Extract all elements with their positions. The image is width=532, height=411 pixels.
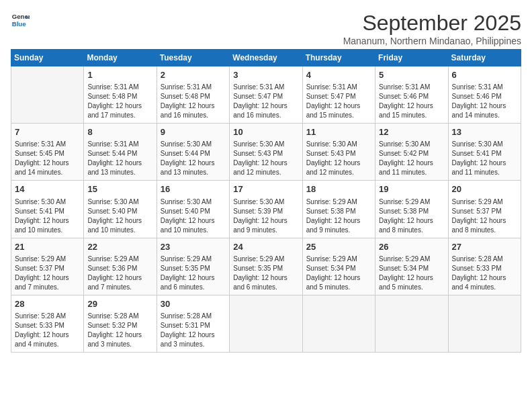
table-row: 28Sunrise: 5:28 AMSunset: 5:33 PMDayligh… xyxy=(11,295,84,352)
day-info: Sunrise: 5:28 AMSunset: 5:32 PMDaylight:… xyxy=(87,312,152,349)
day-number: 19 xyxy=(379,183,444,195)
day-number: 3 xyxy=(233,69,298,81)
day-info: Sunrise: 5:31 AMSunset: 5:47 PMDaylight:… xyxy=(306,83,371,120)
day-number: 25 xyxy=(306,241,371,253)
logo-icon: General Blue xyxy=(11,11,30,30)
day-number: 5 xyxy=(379,69,444,81)
day-number: 12 xyxy=(379,126,444,138)
header-thursday: Thursday xyxy=(302,50,375,66)
day-number: 24 xyxy=(233,241,298,253)
table-row: 2Sunrise: 5:31 AMSunset: 5:48 PMDaylight… xyxy=(157,66,229,124)
day-number: 17 xyxy=(233,183,298,195)
table-row xyxy=(375,295,448,352)
week-row-4: 21Sunrise: 5:29 AMSunset: 5:37 PMDayligh… xyxy=(11,238,521,295)
table-row xyxy=(11,66,84,124)
calendar-table: Sunday Monday Tuesday Wednesday Thursday… xyxy=(11,49,521,353)
table-row: 27Sunrise: 5:28 AMSunset: 5:33 PMDayligh… xyxy=(448,238,521,295)
day-info: Sunrise: 5:31 AMSunset: 5:45 PMDaylight:… xyxy=(15,140,80,177)
day-info: Sunrise: 5:31 AMSunset: 5:48 PMDaylight:… xyxy=(87,83,152,120)
table-row: 30Sunrise: 5:28 AMSunset: 5:31 PMDayligh… xyxy=(157,295,229,352)
table-row: 25Sunrise: 5:29 AMSunset: 5:34 PMDayligh… xyxy=(302,238,375,295)
day-info: Sunrise: 5:31 AMSunset: 5:46 PMDaylight:… xyxy=(379,83,444,120)
day-number: 8 xyxy=(87,126,152,138)
day-number: 11 xyxy=(306,126,371,138)
day-info: Sunrise: 5:30 AMSunset: 5:41 PMDaylight:… xyxy=(452,140,517,177)
table-row: 13Sunrise: 5:30 AMSunset: 5:41 PMDayligh… xyxy=(448,124,521,181)
day-info: Sunrise: 5:31 AMSunset: 5:47 PMDaylight:… xyxy=(233,83,298,120)
day-number: 26 xyxy=(379,241,444,253)
logo: General Blue xyxy=(11,11,30,30)
day-number: 14 xyxy=(15,183,80,195)
table-row: 5Sunrise: 5:31 AMSunset: 5:46 PMDaylight… xyxy=(375,66,448,124)
table-row: 15Sunrise: 5:30 AMSunset: 5:40 PMDayligh… xyxy=(84,181,157,238)
day-info: Sunrise: 5:29 AMSunset: 5:38 PMDaylight:… xyxy=(379,197,444,235)
table-row: 24Sunrise: 5:29 AMSunset: 5:35 PMDayligh… xyxy=(230,238,302,295)
table-row: 7Sunrise: 5:31 AMSunset: 5:45 PMDaylight… xyxy=(11,124,84,181)
table-row: 11Sunrise: 5:30 AMSunset: 5:43 PMDayligh… xyxy=(302,124,375,181)
week-row-2: 7Sunrise: 5:31 AMSunset: 5:45 PMDaylight… xyxy=(11,124,521,181)
table-row: 9Sunrise: 5:30 AMSunset: 5:44 PMDaylight… xyxy=(157,124,229,181)
header-monday: Monday xyxy=(84,50,157,66)
day-number: 6 xyxy=(452,69,517,81)
day-info: Sunrise: 5:29 AMSunset: 5:34 PMDaylight:… xyxy=(379,255,444,292)
table-row: 18Sunrise: 5:29 AMSunset: 5:38 PMDayligh… xyxy=(302,181,375,238)
table-row: 17Sunrise: 5:30 AMSunset: 5:39 PMDayligh… xyxy=(230,181,302,238)
table-row: 8Sunrise: 5:31 AMSunset: 5:44 PMDaylight… xyxy=(84,124,157,181)
table-row xyxy=(230,295,302,352)
day-info: Sunrise: 5:28 AMSunset: 5:31 PMDaylight:… xyxy=(161,312,226,349)
day-info: Sunrise: 5:30 AMSunset: 5:43 PMDaylight:… xyxy=(306,140,371,177)
weekday-header-row: Sunday Monday Tuesday Wednesday Thursday… xyxy=(11,50,521,66)
day-number: 4 xyxy=(306,69,371,81)
table-row: 4Sunrise: 5:31 AMSunset: 5:47 PMDaylight… xyxy=(302,66,375,124)
header-saturday: Saturday xyxy=(448,50,521,66)
page-header: General Blue September 2025 Mananum, Nor… xyxy=(11,11,521,46)
day-info: Sunrise: 5:30 AMSunset: 5:39 PMDaylight:… xyxy=(233,197,298,235)
title-block: September 2025 Mananum, Northern Mindana… xyxy=(343,11,521,46)
day-number: 18 xyxy=(306,183,371,195)
calendar-title: September 2025 xyxy=(343,11,521,36)
table-row: 20Sunrise: 5:29 AMSunset: 5:37 PMDayligh… xyxy=(448,181,521,238)
table-row: 23Sunrise: 5:29 AMSunset: 5:35 PMDayligh… xyxy=(157,238,229,295)
day-number: 22 xyxy=(87,241,152,253)
day-info: Sunrise: 5:29 AMSunset: 5:34 PMDaylight:… xyxy=(306,255,371,292)
day-number: 28 xyxy=(15,298,80,310)
calendar-subtitle: Mananum, Northern Mindanao, Philippines xyxy=(343,36,521,46)
table-row xyxy=(448,295,521,352)
table-row: 19Sunrise: 5:29 AMSunset: 5:38 PMDayligh… xyxy=(375,181,448,238)
day-number: 20 xyxy=(452,183,517,195)
day-number: 9 xyxy=(161,126,226,138)
day-info: Sunrise: 5:30 AMSunset: 5:42 PMDaylight:… xyxy=(379,140,444,177)
header-sunday: Sunday xyxy=(11,50,84,66)
day-info: Sunrise: 5:29 AMSunset: 5:35 PMDaylight:… xyxy=(161,255,226,292)
day-number: 10 xyxy=(233,126,298,138)
table-row: 10Sunrise: 5:30 AMSunset: 5:43 PMDayligh… xyxy=(230,124,302,181)
table-row: 3Sunrise: 5:31 AMSunset: 5:47 PMDaylight… xyxy=(230,66,302,124)
table-row: 14Sunrise: 5:30 AMSunset: 5:41 PMDayligh… xyxy=(11,181,84,238)
header-wednesday: Wednesday xyxy=(230,50,302,66)
day-info: Sunrise: 5:30 AMSunset: 5:40 PMDaylight:… xyxy=(161,197,226,235)
header-friday: Friday xyxy=(375,50,448,66)
day-number: 29 xyxy=(87,298,152,310)
day-number: 16 xyxy=(161,183,226,195)
table-row: 22Sunrise: 5:29 AMSunset: 5:36 PMDayligh… xyxy=(84,238,157,295)
day-info: Sunrise: 5:29 AMSunset: 5:37 PMDaylight:… xyxy=(452,197,517,235)
week-row-5: 28Sunrise: 5:28 AMSunset: 5:33 PMDayligh… xyxy=(11,295,521,352)
day-number: 30 xyxy=(161,298,226,310)
table-row: 26Sunrise: 5:29 AMSunset: 5:34 PMDayligh… xyxy=(375,238,448,295)
day-info: Sunrise: 5:30 AMSunset: 5:43 PMDaylight:… xyxy=(233,140,298,177)
table-row xyxy=(302,295,375,352)
day-info: Sunrise: 5:29 AMSunset: 5:35 PMDaylight:… xyxy=(233,255,298,292)
day-info: Sunrise: 5:30 AMSunset: 5:41 PMDaylight:… xyxy=(15,197,80,235)
day-info: Sunrise: 5:31 AMSunset: 5:48 PMDaylight:… xyxy=(161,83,226,120)
day-number: 23 xyxy=(161,241,226,253)
day-number: 7 xyxy=(15,126,80,138)
week-row-1: 1Sunrise: 5:31 AMSunset: 5:48 PMDaylight… xyxy=(11,66,521,124)
day-info: Sunrise: 5:28 AMSunset: 5:33 PMDaylight:… xyxy=(15,312,80,349)
day-info: Sunrise: 5:28 AMSunset: 5:33 PMDaylight:… xyxy=(452,255,517,292)
svg-text:Blue: Blue xyxy=(12,20,26,28)
table-row: 21Sunrise: 5:29 AMSunset: 5:37 PMDayligh… xyxy=(11,238,84,295)
table-row: 29Sunrise: 5:28 AMSunset: 5:32 PMDayligh… xyxy=(84,295,157,352)
day-info: Sunrise: 5:29 AMSunset: 5:36 PMDaylight:… xyxy=(87,255,152,292)
week-row-3: 14Sunrise: 5:30 AMSunset: 5:41 PMDayligh… xyxy=(11,181,521,238)
table-row: 6Sunrise: 5:31 AMSunset: 5:46 PMDaylight… xyxy=(448,66,521,124)
